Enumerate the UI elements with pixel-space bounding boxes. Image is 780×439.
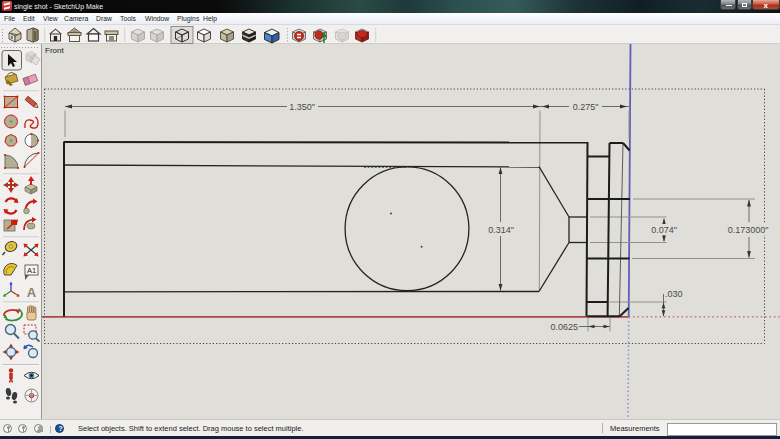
svg-text:0.0625: 0.0625 — [550, 322, 578, 332]
svg-text:0.173000": 0.173000" — [728, 225, 769, 235]
svg-text:1.350": 1.350" — [289, 102, 315, 112]
svg-text:A: A — [27, 285, 37, 300]
svg-text:0.275": 0.275" — [573, 102, 599, 112]
svg-text:.030: .030 — [665, 289, 683, 299]
svg-text:0.314": 0.314" — [488, 225, 514, 235]
svg-text:0.074": 0.074" — [651, 225, 677, 235]
svg-text:A1: A1 — [27, 266, 36, 275]
